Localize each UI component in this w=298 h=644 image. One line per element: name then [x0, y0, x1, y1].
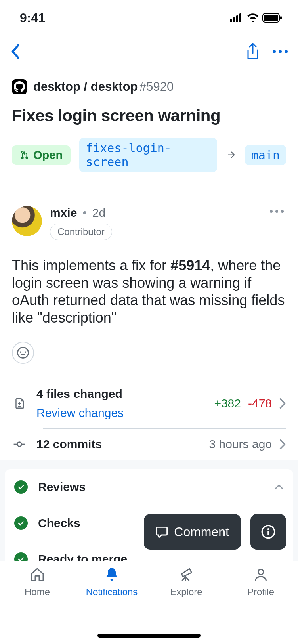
comment-button[interactable]: Comment — [144, 514, 241, 550]
check-circle-icon — [14, 480, 28, 494]
chevron-up-icon — [274, 484, 284, 490]
target-branch[interactable]: main — [245, 145, 286, 165]
tab-home[interactable]: Home — [0, 567, 74, 644]
repo-path: desktop / desktop #5920 — [33, 80, 174, 94]
state-badge: Open — [12, 145, 71, 165]
issue-number: #5920 — [139, 80, 174, 94]
svg-point-11 — [267, 528, 269, 530]
chevron-right-icon — [279, 398, 286, 409]
person-icon — [253, 567, 269, 583]
repo-header[interactable]: desktop / desktop #5920 — [12, 79, 286, 94]
svg-rect-5 — [264, 15, 278, 21]
home-icon — [29, 567, 45, 583]
pr-description: This implements a fix for #5914, where t… — [12, 257, 286, 327]
tab-profile[interactable]: Profile — [224, 567, 298, 644]
smiley-icon — [17, 347, 29, 359]
issue-reference[interactable]: #5914 — [170, 257, 210, 273]
back-button[interactable] — [10, 44, 20, 59]
review-changes-link[interactable]: Review changes — [36, 406, 203, 420]
more-button[interactable] — [273, 50, 288, 53]
svg-rect-6 — [280, 16, 282, 19]
tab-bar: Home Notifications Explore Profile — [0, 561, 298, 644]
svg-point-7 — [17, 442, 22, 446]
author-username[interactable]: mxie — [50, 206, 77, 220]
svg-rect-3 — [239, 13, 241, 22]
status-bar: 9:41 — [0, 0, 298, 36]
additions-count: +382 — [214, 397, 241, 410]
pr-title: Fixes login screen warning — [12, 106, 286, 125]
pr-meta-row: Open fixes-login-screen main — [12, 138, 286, 172]
wifi-icon — [246, 13, 259, 22]
add-reaction-button[interactable] — [12, 342, 34, 364]
svg-rect-2 — [236, 15, 238, 22]
git-pull-request-icon — [20, 149, 29, 161]
battery-icon — [262, 13, 282, 23]
telescope-icon — [178, 567, 194, 583]
author-block: mxie • 2d Contributor — [12, 206, 286, 240]
nav-bar — [0, 36, 298, 67]
files-changed-label: 4 files changed — [36, 387, 203, 401]
deletions-count: -478 — [248, 397, 272, 410]
comment-more-button[interactable] — [270, 210, 284, 213]
share-button[interactable] — [246, 43, 260, 60]
role-badge: Contributor — [50, 224, 112, 240]
home-indicator[interactable] — [97, 634, 201, 638]
github-icon — [12, 79, 27, 94]
tab-explore[interactable]: Explore — [149, 567, 224, 644]
cellular-icon — [230, 13, 243, 22]
svg-rect-0 — [230, 19, 232, 22]
source-branch[interactable]: fixes-login-screen — [79, 138, 217, 172]
file-diff-icon — [13, 397, 25, 409]
check-circle-icon — [14, 516, 28, 530]
info-button[interactable] — [250, 514, 286, 550]
reviews-row[interactable]: Reviews — [12, 469, 286, 505]
svg-point-13 — [258, 569, 263, 575]
author-time: 2d — [92, 206, 105, 220]
info-icon — [261, 525, 275, 539]
avatar[interactable] — [12, 206, 42, 236]
svg-rect-1 — [233, 17, 235, 22]
svg-rect-12 — [267, 531, 269, 535]
commits-row[interactable]: 12 commits 3 hours ago — [13, 429, 286, 460]
commits-label: 12 commits — [36, 438, 198, 451]
bell-icon — [104, 567, 120, 583]
tab-notifications[interactable]: Notifications — [74, 567, 149, 644]
arrow-right-icon — [226, 150, 236, 160]
files-changed-row[interactable]: 4 files changed Review changes +382 -478 — [13, 378, 286, 428]
status-icons — [230, 13, 282, 23]
status-time: 9:41 — [20, 11, 45, 25]
chevron-right-icon — [279, 439, 286, 450]
comment-icon — [156, 526, 168, 538]
commits-time: 3 hours ago — [209, 438, 272, 451]
git-commit-icon — [13, 438, 25, 450]
